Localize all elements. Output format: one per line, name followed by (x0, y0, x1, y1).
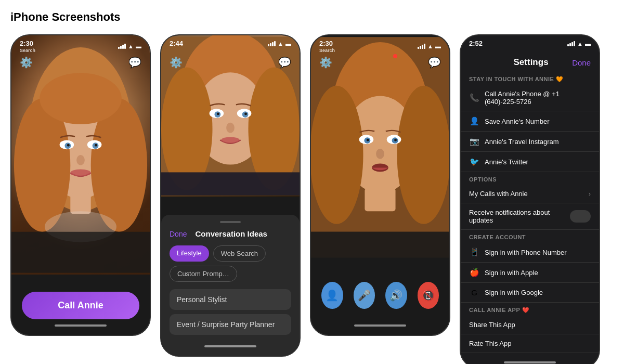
row-twitter[interactable]: 🐦 Annie's Twitter (461, 152, 599, 172)
time-1: 2:30 (20, 40, 35, 47)
svg-point-34 (397, 86, 449, 224)
search-label-3: Search (319, 48, 335, 53)
face-svg-3 (311, 35, 449, 259)
status-bar-4: 2:52 ▲ ▬ (461, 35, 599, 49)
battery-icon-2: ▬ (285, 41, 291, 47)
chip-lifestyle[interactable]: Lifestyle (170, 245, 209, 262)
row-text-sign-in-google: Sign in with Google (485, 289, 591, 296)
svg-rect-43 (365, 188, 395, 211)
status-bar-1: 2:30 Search ▲ ▬ (11, 35, 150, 55)
wifi-icon-2: ▲ (278, 41, 283, 47)
row-sign-in-apple[interactable]: 🍎 Sign in with Apple (461, 263, 599, 283)
svg-point-12 (70, 170, 90, 177)
topic-chips: Lifestyle Web Search Custom Promp… (170, 245, 291, 282)
row-sign-in-phone[interactable]: 📱 Sign in with Phone Number (461, 242, 599, 263)
svg-point-19 (161, 67, 213, 190)
battery-icon-3: ▬ (435, 43, 441, 49)
face-bg-1 (11, 35, 150, 275)
twitter-icon: 🐦 (469, 157, 479, 166)
phone-frame-4: 2:52 ▲ ▬ Settings Done STAY IN TOUCH WIT… (460, 34, 600, 364)
page-title: iPhone Screenshots (10, 10, 614, 24)
instagram-icon: 📷 (469, 137, 479, 146)
signal-icon-3 (418, 44, 425, 49)
row-text-sign-in-phone: Sign in with Phone Number (485, 249, 591, 256)
svg-point-28 (221, 137, 239, 143)
search-label-1: Search (20, 48, 35, 53)
gear-icon-1[interactable]: ⚙️ (20, 56, 33, 69)
home-indicator-2 (204, 345, 256, 347)
row-share-app[interactable]: Share This App (461, 316, 599, 334)
face-bg-3 (311, 35, 449, 259)
phone-icon: 📞 (469, 93, 479, 102)
chat-icon-3[interactable]: 💬 (428, 56, 441, 69)
svg-point-39 (367, 139, 369, 141)
row-save-number[interactable]: 👤 Save Annie's Number (461, 111, 599, 132)
svg-point-20 (248, 67, 300, 190)
battery-icon-1: ▬ (136, 43, 141, 49)
gear-icon-3[interactable]: ⚙️ (319, 56, 332, 69)
home-indicator-4 (504, 361, 556, 363)
chip-web-search[interactable]: Web Search (213, 245, 266, 262)
chip-custom-prompt[interactable]: Custom Promp… (170, 266, 237, 282)
call-button-area: Call Annie (11, 292, 150, 319)
home-indicator-1 (55, 324, 107, 327)
svg-point-26 (244, 113, 247, 115)
svg-rect-29 (161, 172, 300, 195)
section-label-4: CALL ANNIE APP ❤️ (461, 303, 599, 316)
home-indicator-3 (354, 324, 406, 327)
svg-point-9 (67, 144, 70, 147)
row-instagram[interactable]: 📷 Annie's Travel Instagram (461, 132, 599, 152)
row-my-calls[interactable]: My Calls with Annie › (461, 185, 599, 203)
time-3: 2:30 (319, 40, 335, 47)
topic-event-planner[interactable]: Event / Surprise Party Planner (170, 314, 291, 335)
panel-header: Done Conversation Ideas (170, 229, 291, 238)
row-notifications[interactable]: Receive notifications about updates (461, 203, 599, 230)
row-sign-in-google[interactable]: G Sign in with Google (461, 283, 599, 303)
wifi-icon-4: ▲ (577, 41, 583, 47)
gear-icon-2[interactable]: ⚙️ (170, 56, 183, 69)
phone-number-icon: 📱 (469, 248, 479, 257)
row-text-my-calls: My Calls with Annie (469, 190, 583, 198)
time-4: 2:52 (469, 40, 483, 47)
status-bar-3: 2:30 Search ▲ ▬ (311, 35, 449, 55)
wifi-icon-1: ▲ (128, 43, 134, 49)
apple-icon: 🍎 (469, 268, 479, 277)
call-annie-button[interactable]: Call Annie (22, 292, 139, 319)
end-call-button[interactable]: 📵 (418, 282, 439, 309)
done-button[interactable]: Done (170, 230, 187, 238)
status-bar-2: 2:44 ▲ ▬ (161, 35, 300, 49)
phone-frame-2: 2:44 ▲ ▬ (160, 34, 301, 357)
chat-icon-2[interactable]: 💬 (278, 56, 291, 69)
time-2: 2:44 (170, 40, 183, 47)
microphone-button[interactable]: 🎤 (354, 282, 375, 309)
person-icon: 👤 (469, 116, 479, 126)
chat-icon-1[interactable]: 💬 (128, 56, 141, 69)
svg-rect-13 (70, 193, 90, 214)
row-rate-app[interactable]: Rate This App (461, 334, 599, 353)
row-text-sign-in-apple: Sign in with Apple (485, 269, 591, 277)
speaker-button[interactable]: 🔊 (385, 282, 407, 309)
svg-point-4 (40, 73, 122, 124)
settings-header: Settings Done (461, 52, 599, 72)
svg-rect-15 (11, 232, 150, 273)
svg-point-11 (76, 155, 85, 165)
row-text-twitter: Annie's Twitter (485, 158, 591, 166)
signal-icon-4 (567, 41, 575, 46)
svg-point-40 (394, 139, 397, 141)
panel-title: Conversation Ideas (196, 229, 267, 238)
settings-done-button[interactable]: Done (572, 58, 591, 67)
call-controls: 👤 🎤 🔊 📵 (311, 274, 449, 319)
row-call-phone[interactable]: 📞 Call Annie's Phone @ +1 (640)-225-5726 (461, 85, 599, 111)
signal-icon-2 (268, 41, 276, 46)
svg-point-33 (311, 86, 363, 224)
notifications-toggle[interactable] (570, 210, 591, 223)
topic-personal-stylist[interactable]: Personal Stylist (170, 289, 291, 310)
person-button[interactable]: 👤 (321, 282, 343, 309)
row-text-call: Call Annie's Phone @ +1 (640)-225-5726 (485, 90, 591, 106)
svg-point-41 (376, 149, 384, 159)
chevron-icon-1: › (589, 190, 591, 198)
signal-icon-1 (118, 44, 126, 49)
row-text-share: Share This App (469, 321, 591, 329)
section-label-1: STAY IN TOUCH WITH ANNIE 🧡 (461, 72, 599, 85)
settings-title: Settings (514, 57, 549, 68)
